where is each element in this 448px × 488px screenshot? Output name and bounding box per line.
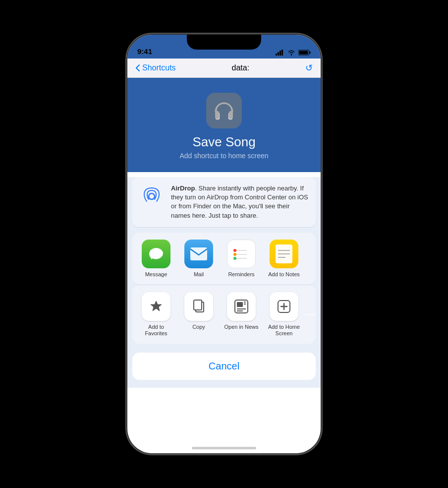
notch xyxy=(187,35,261,50)
app-row: Message Mail xyxy=(132,233,316,285)
svg-rect-0 xyxy=(276,54,277,56)
copy-icon xyxy=(184,292,213,321)
action-news[interactable]: Open in News xyxy=(222,292,261,337)
message-label: Message xyxy=(145,271,168,278)
cancel-button[interactable]: Cancel xyxy=(132,353,316,380)
share-app-mail[interactable]: Mail xyxy=(179,240,219,278)
action-copy[interactable]: Copy xyxy=(179,292,219,337)
airdrop-title: AirDrop xyxy=(171,184,195,192)
connector-indicator xyxy=(304,314,316,315)
svg-rect-5 xyxy=(310,52,311,54)
share-app-reminders[interactable]: Reminders xyxy=(222,240,261,278)
svg-rect-22 xyxy=(194,300,202,310)
reminders-label: Reminders xyxy=(228,271,254,278)
back-label: Shortcuts xyxy=(142,63,176,72)
svg-rect-10 xyxy=(190,247,207,260)
cancel-section: Cancel xyxy=(127,349,321,388)
share-body: AirDrop. Share instantly with people nea… xyxy=(127,177,321,388)
airdrop-section[interactable]: AirDrop. Share instantly with people nea… xyxy=(132,177,316,228)
headphones-icon xyxy=(213,101,235,120)
favorites-label: Add to Favorites xyxy=(136,324,176,337)
shortcut-icon xyxy=(206,93,242,128)
phone-frame: 9:41 xyxy=(127,35,321,453)
nav-back-button[interactable]: Shortcuts xyxy=(135,63,176,72)
svg-rect-24 xyxy=(237,302,243,307)
reminders-icon xyxy=(227,240,256,268)
notes-icon xyxy=(270,240,298,268)
share-app-message[interactable]: Message xyxy=(136,240,176,278)
share-subtitle: Add shortcut to home screen xyxy=(180,152,269,160)
svg-rect-6 xyxy=(299,51,308,55)
message-icon xyxy=(142,240,170,268)
svg-rect-2 xyxy=(280,51,281,56)
share-title: Save Song xyxy=(192,134,255,150)
airdrop-description: AirDrop. Share instantly with people nea… xyxy=(171,184,309,220)
status-time: 9:41 xyxy=(137,47,152,56)
wifi-icon xyxy=(287,50,295,56)
svg-point-15 xyxy=(233,253,236,256)
airdrop-icon xyxy=(139,184,164,209)
svg-rect-1 xyxy=(278,52,279,56)
nav-bar: Shortcuts data: ↺ xyxy=(127,59,321,78)
add-home-icon xyxy=(270,292,298,321)
share-header: Save Song Add shortcut to home screen xyxy=(127,78,321,172)
actions-row: Add to Favorites Copy xyxy=(132,285,316,344)
share-app-notes[interactable]: Add to Notes xyxy=(264,240,304,278)
favorites-icon xyxy=(142,292,170,321)
mail-icon xyxy=(184,240,213,268)
add-home-label: Add to Home Screen xyxy=(264,324,304,337)
reload-button[interactable]: ↺ xyxy=(305,62,313,73)
svg-point-9 xyxy=(149,193,155,199)
action-favorites[interactable]: Add to Favorites xyxy=(136,292,176,337)
mail-label: Mail xyxy=(194,271,204,278)
battery-icon xyxy=(298,50,311,56)
news-icon xyxy=(227,292,256,321)
svg-point-16 xyxy=(233,257,236,260)
svg-rect-3 xyxy=(281,50,283,56)
signal-icon xyxy=(276,50,284,56)
copy-label: Copy xyxy=(192,324,205,330)
action-add-home[interactable]: Add to Home Screen xyxy=(264,292,304,337)
url-bar[interactable]: data: xyxy=(176,63,305,72)
notes-label: Add to Notes xyxy=(268,271,300,278)
svg-point-14 xyxy=(233,249,236,252)
home-indicator xyxy=(192,447,256,449)
news-label: Open in News xyxy=(224,324,258,330)
